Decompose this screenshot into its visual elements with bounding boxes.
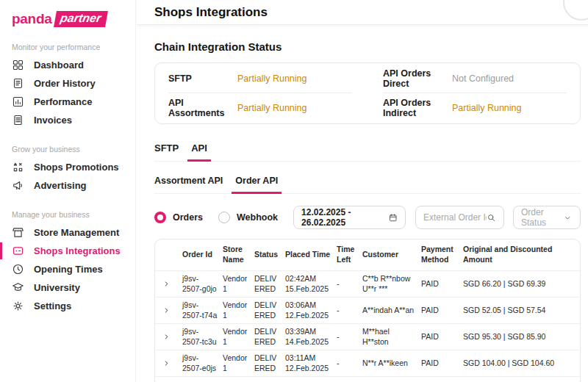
status-value: Partially Running — [237, 103, 307, 113]
external-order-id-input[interactable] — [423, 212, 487, 223]
sidebar-item-label: Shops Promotions — [34, 162, 119, 173]
sidebar-item-invoices[interactable]: Invoices — [0, 111, 135, 129]
sidebar-item-performance[interactable]: Performance — [0, 93, 135, 111]
table-row[interactable]: j9sv-2507-e0js Vendor 1 DELIVERED 03:11A… — [155, 350, 580, 377]
cell-time-left: - — [337, 279, 362, 289]
sidebar-item-label: University — [34, 282, 80, 293]
integrations-icon — [12, 245, 24, 257]
table-row[interactable]: j9sv-2507-tc3u Vendor 1 DELIVERED 03:39A… — [155, 324, 580, 350]
radio-circle[interactable] — [154, 212, 166, 223]
radio-label: Orders — [173, 212, 203, 223]
status-row-api-assortments: API Assortments Partially Running — [168, 93, 352, 122]
cell-order-id: j9sv-2507-e0js — [182, 353, 223, 373]
status-card-title: Chain Integration Status — [154, 40, 581, 53]
main-area: Shops Integrations Chain Integration Sta… — [137, 0, 588, 382]
col-payment-method: Payment Method — [421, 245, 463, 264]
chevron-down-icon — [563, 212, 573, 223]
page-title: Shops Integrations — [137, 0, 588, 20]
secondary-tabs: Assortment API Order API — [154, 176, 581, 194]
cell-order-id: j9sv-2507-g0jo — [182, 274, 223, 294]
status-value: Partially Running — [452, 103, 522, 113]
radio-label: Webhook — [237, 212, 278, 223]
performance-icon — [12, 96, 24, 108]
gear-icon — [12, 300, 24, 312]
date-range-picker[interactable]: 12.02.2025 - 26.02.2025 — [293, 206, 406, 229]
row-expand-icon[interactable] — [155, 333, 182, 341]
status-value: Partially Running — [237, 73, 307, 84]
row-expand-icon[interactable] — [155, 359, 182, 367]
cell-store-name: Vendor 1 — [223, 274, 254, 294]
chain-integration-status-card: SFTP Partially Running API Orders Direct… — [154, 62, 581, 124]
content: Chain Integration Status SFTP Partially … — [137, 40, 588, 382]
cell-time-left: - — [337, 332, 362, 342]
sidebar-item-label: Invoices — [34, 115, 72, 126]
order-status-select[interactable]: Order Status — [513, 206, 581, 229]
sidebar-item-store-management[interactable]: Store Management — [0, 223, 135, 242]
col-amount: Original and Discounted Amount — [463, 245, 580, 264]
sidebar-item-settings[interactable]: Settings — [0, 297, 135, 315]
table-row[interactable]: j9sv-2507-g0jo Vendor 1 DELIVERED 02:42A… — [155, 271, 580, 298]
cell-amount: SGD 104.00 | SGD 104.60 — [463, 358, 580, 369]
main-header: Shops Integrations — [137, 0, 588, 25]
external-order-id-field[interactable] — [415, 206, 504, 229]
clock-icon — [12, 263, 24, 275]
col-store-name: Store Name — [223, 245, 254, 264]
sidebar-item-label: Performance — [34, 96, 92, 107]
cell-amount: SGD 52.05 | SGD 57.54 — [463, 306, 580, 316]
cell-customer: M**hael H**ston — [362, 327, 421, 347]
sidebar-item-shops-promotions[interactable]: Shops Promotions — [0, 158, 135, 176]
sidebar-item-dashboard[interactable]: Dashboard — [0, 56, 135, 74]
orders-radio[interactable]: Orders — [154, 212, 203, 223]
cell-store-name: Vendor 1 — [223, 300, 254, 320]
status-label: API Orders Direct — [383, 68, 452, 89]
graduation-cap-icon — [12, 281, 24, 294]
col-placed-time: Placed Time — [285, 250, 337, 260]
row-expand-icon[interactable] — [155, 280, 182, 288]
cell-placed-time: 03:06AM12.Feb.2025 — [285, 300, 337, 320]
search-icon — [487, 212, 496, 223]
cell-time-left: - — [337, 306, 362, 316]
sidebar-item-order-history[interactable]: Order History — [0, 74, 135, 93]
sidebar-item-label: Advertising — [34, 180, 87, 191]
sidebar-item-advertising[interactable]: Advertising — [0, 176, 135, 195]
cell-customer: A**indah A**an — [362, 306, 421, 316]
cell-payment-method: PAID — [421, 306, 463, 316]
brand-logo-partner: partner — [54, 11, 109, 27]
brand-logo-panda: panda — [12, 11, 51, 27]
cell-store-name: Vendor 1 — [223, 327, 254, 347]
cell-placed-time: 02:42AM15.Feb.2025 — [285, 274, 337, 294]
cell-status: DELIVERED — [254, 353, 285, 373]
webhook-radio[interactable]: Webhook — [218, 212, 278, 223]
order-status-placeholder: Order Status — [521, 207, 563, 228]
tab-api[interactable]: API — [191, 143, 207, 161]
tab-assortment-api[interactable]: Assortment API — [154, 176, 223, 193]
calendar-icon — [388, 212, 398, 223]
sidebar-item-label: Settings — [34, 300, 71, 311]
sidebar-item-label: Opening Times — [34, 264, 103, 275]
status-row-api-orders-indirect: API Orders Indirect Partially Running — [383, 93, 567, 122]
brand-logo: panda partner — [0, 0, 135, 27]
tab-order-api[interactable]: Order API — [235, 176, 278, 193]
row-expand-icon[interactable] — [155, 306, 182, 314]
table-row[interactable]: j9sv-2507-t74a Vendor 1 DELIVERED 03:06A… — [155, 298, 580, 324]
sidebar-item-shops-integrations[interactable]: Shops Integrations — [0, 242, 135, 260]
sidebar-section-manage: Manage your business — [12, 210, 135, 219]
radio-circle[interactable] — [218, 212, 230, 223]
filters-row: Orders Webhook 12.02.2025 - 26.02.2025 O… — [154, 206, 581, 229]
tab-sftp[interactable]: SFTP — [154, 143, 179, 161]
sidebar-item-opening-times[interactable]: Opening Times — [0, 260, 135, 278]
cell-store-name: Vendor 1 — [223, 353, 254, 373]
cell-customer: C**b R**nbow U**r *** — [362, 274, 421, 294]
cell-time-left: - — [337, 358, 362, 369]
date-range-value: 12.02.2025 - 26.02.2025 — [301, 207, 388, 228]
cell-payment-method: PAID — [421, 279, 463, 289]
status-row-sftp: SFTP Partially Running — [168, 65, 352, 93]
status-value: Not Configured — [452, 73, 514, 84]
sidebar-item-university[interactable]: University — [0, 278, 135, 297]
promotions-icon — [12, 161, 24, 173]
cell-status: DELIVERED — [254, 300, 285, 320]
cell-payment-method: PAID — [421, 358, 463, 369]
sidebar-section-monitor: Monitor your performance — [12, 43, 135, 51]
sidebar-item-label: Order History — [34, 78, 96, 89]
dashboard-icon — [12, 59, 24, 71]
